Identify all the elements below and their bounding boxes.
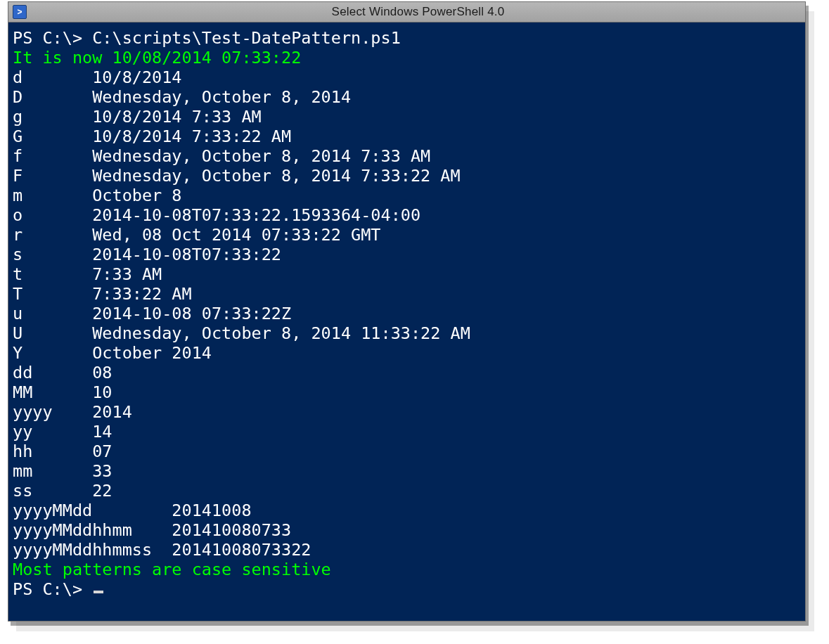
pattern-row: yyyyMMddhhmmss 20141008073322: [13, 540, 311, 560]
pattern-row: U Wednesday, October 8, 2014 11:33:22 AM: [13, 323, 470, 343]
pattern-row: hh 07: [13, 442, 112, 461]
pattern-row: f Wednesday, October 8, 2014 7:33 AM: [13, 146, 430, 166]
pattern-row: ss 22: [13, 481, 112, 501]
pattern-row: s 2014-10-08T07:33:22: [13, 245, 281, 264]
pattern-row: Y October 2014: [13, 343, 212, 363]
pattern-row: yy 14: [13, 422, 112, 442]
pattern-row: t 7:33 AM: [13, 264, 162, 284]
pattern-row: F Wednesday, October 8, 2014 7:33:22 AM: [13, 166, 461, 186]
pattern-row: MM 10: [13, 382, 112, 402]
pattern-row: r Wed, 08 Oct 2014 07:33:22 GMT: [13, 225, 380, 245]
pattern-row: D Wednesday, October 8, 2014: [13, 87, 351, 107]
powershell-window: > Select Windows PowerShell 4.0 PS C:\> …: [8, 1, 806, 622]
footer-note: Most patterns are case sensitive: [13, 560, 331, 579]
prompt[interactable]: PS C:\>: [13, 579, 92, 599]
pattern-row: mm 33: [13, 461, 112, 481]
pattern-row: T 7:33:22 AM: [13, 284, 192, 304]
pattern-row: d 10/8/2014: [13, 67, 182, 87]
pattern-row: yyyyMMdd 20141008: [13, 501, 252, 520]
pattern-row: yyyyMMddhhmm 201410080733: [13, 520, 291, 540]
prompt: PS C:\>: [13, 28, 92, 48]
powershell-icon[interactable]: >: [13, 5, 27, 19]
status-line: It is now 10/08/2014 07:33:22: [13, 48, 301, 67]
pattern-row: o 2014-10-08T07:33:22.1593364-04:00: [13, 205, 420, 225]
cursor: [94, 591, 103, 593]
pattern-row: G 10/8/2014 7:33:22 AM: [13, 127, 291, 146]
pattern-row: m October 8: [13, 186, 182, 205]
pattern-row: u 2014-10-08 07:33:22Z: [13, 304, 291, 323]
pattern-row: g 10/8/2014 7:33 AM: [13, 107, 262, 127]
pattern-row: yyyy 2014: [13, 402, 132, 422]
pattern-row: dd 08: [13, 363, 112, 382]
command-text: C:\scripts\Test-DatePattern.ps1: [92, 28, 401, 48]
title-bar[interactable]: > Select Windows PowerShell 4.0: [8, 2, 805, 22]
console-output[interactable]: PS C:\> C:\scripts\Test-DatePattern.ps1 …: [8, 22, 805, 621]
window-title: Select Windows PowerShell 4.0: [31, 2, 805, 22]
